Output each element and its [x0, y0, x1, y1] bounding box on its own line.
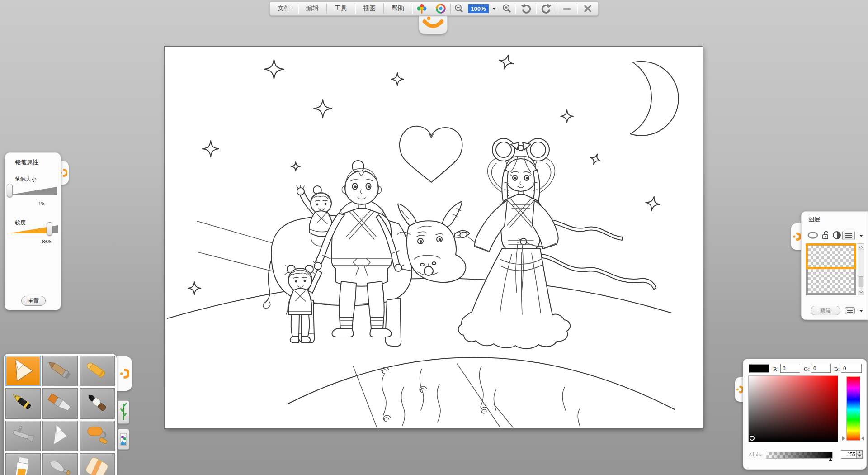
unlock-icon[interactable]	[821, 231, 830, 240]
tool-crayon[interactable]	[80, 356, 115, 386]
tool-palette-knife[interactable]	[42, 453, 78, 475]
sv-selector[interactable]	[750, 436, 755, 441]
scroll-up-icon[interactable]	[858, 244, 864, 250]
alpha-spinner	[841, 450, 863, 459]
orange-grip-icon	[793, 231, 801, 242]
toolbar-drag-handle[interactable]	[419, 15, 448, 34]
layer-menu-button[interactable]	[842, 231, 855, 240]
scroll-thumb[interactable]	[859, 276, 863, 287]
brush-size-slider[interactable]	[9, 187, 57, 195]
reset-button[interactable]: 重置	[21, 296, 46, 306]
r-label: R:	[773, 366, 778, 373]
tool-oil-brush[interactable]	[42, 388, 78, 419]
layers-panel-handle[interactable]	[791, 223, 802, 250]
drawing-canvas[interactable]	[165, 47, 703, 428]
b-label: B:	[834, 366, 840, 373]
alpha-down-icon[interactable]	[857, 455, 862, 459]
paint-app-window: { "toolbar": { "menus": ["文件", "编辑", "工具…	[0, 0, 868, 475]
zoom-out-icon[interactable]	[451, 2, 467, 15]
scroll-down-icon[interactable]	[858, 289, 864, 295]
pencil-properties-panel: 铅笔属性 笔触大小 1% 软度 86% 重置	[5, 152, 61, 310]
softness-value: 86%	[37, 239, 57, 245]
pencil-panel-title: 铅笔属性	[15, 158, 38, 166]
layers-panel: 图层 新建	[801, 211, 868, 320]
b-input[interactable]	[841, 364, 862, 373]
softness-label: 软度	[15, 219, 26, 227]
tool-ink-bottle[interactable]	[5, 453, 41, 475]
scene-gallery-icon[interactable]	[412, 2, 431, 15]
minimize-icon[interactable]	[557, 2, 577, 15]
tool-paint-roller[interactable]	[80, 421, 115, 451]
orange-grip-icon	[736, 384, 743, 395]
tool-fountain-pen[interactable]	[5, 388, 41, 419]
picture-icon	[120, 431, 127, 448]
picture-stamp-button[interactable]	[118, 429, 129, 450]
milky-way-river	[288, 357, 675, 428]
tool-ink-brush[interactable]	[80, 388, 115, 419]
menu-edit[interactable]: 编辑	[298, 2, 326, 15]
redo-icon[interactable]	[536, 2, 557, 15]
layer-list	[806, 243, 856, 295]
effect-gallery-icon[interactable]	[431, 2, 450, 15]
layer-row-1[interactable]	[806, 243, 856, 269]
bamboo-icon	[120, 402, 127, 422]
menu-help[interactable]: 帮助	[384, 2, 412, 15]
brush-size-value: 1%	[32, 201, 50, 207]
close-icon[interactable]	[577, 2, 598, 15]
cowherd-weaver-drawing	[165, 47, 703, 428]
alpha-label: Alpha	[748, 451, 763, 458]
layer-options-button[interactable]	[845, 307, 855, 314]
r-input[interactable]	[780, 364, 800, 373]
layer-scrollbar[interactable]	[858, 243, 864, 295]
layers-panel-title: 图层	[808, 215, 820, 223]
new-layer-button[interactable]: 新建	[811, 306, 840, 315]
alpha-up-icon[interactable]	[857, 451, 862, 455]
brush-size-slider-thumb[interactable]	[7, 184, 13, 197]
tool-airbrush[interactable]	[5, 421, 41, 451]
crescent-moon	[630, 62, 679, 136]
softness-slider-thumb[interactable]	[47, 222, 52, 236]
tool-chalk-cone[interactable]	[42, 421, 78, 451]
hue-marker-left[interactable]	[842, 436, 845, 441]
tool-eraser[interactable]	[80, 453, 115, 475]
blend-icon[interactable]	[832, 231, 841, 240]
alpha-marker[interactable]	[828, 458, 833, 461]
alpha-input[interactable]	[841, 451, 856, 458]
main-toolbar: 文件 编辑 工具 视图 帮助 100%	[269, 1, 599, 16]
zoom-dropdown-icon[interactable]	[492, 8, 496, 10]
layer-options-caret[interactable]	[859, 310, 863, 312]
hue-strip[interactable]	[846, 376, 860, 441]
menu-view[interactable]: 视图	[355, 2, 383, 15]
brush-size-label: 笔触大小	[15, 176, 37, 183]
tool-pencil[interactable]	[5, 356, 41, 386]
zoom-level-display[interactable]: 100%	[468, 4, 489, 13]
bamboo-stamp-button[interactable]	[118, 400, 129, 424]
undo-icon[interactable]	[515, 2, 536, 15]
alpha-slider[interactable]	[766, 452, 833, 459]
tool-palette	[4, 354, 117, 475]
saturation-value-field[interactable]	[748, 375, 838, 442]
current-color-swatch	[749, 364, 769, 373]
g-label: G:	[804, 366, 810, 373]
orange-grip-icon	[119, 367, 129, 380]
g-input[interactable]	[811, 364, 831, 373]
hue-marker-right[interactable]	[861, 436, 864, 441]
heart	[400, 126, 462, 182]
menu-tools[interactable]: 工具	[327, 2, 355, 15]
weaver-girl	[458, 138, 656, 349]
layer-row-2[interactable]	[806, 269, 856, 295]
zoom-in-icon[interactable]	[499, 2, 515, 15]
layer-menu-caret[interactable]	[859, 235, 863, 237]
visibility-icon[interactable]	[807, 231, 819, 240]
tool-palette-handle[interactable]	[117, 356, 132, 391]
color-picker-panel: R: G: B: Alpha	[743, 359, 867, 470]
tool-pastel-stick[interactable]	[42, 356, 78, 386]
smile-handle-icon	[419, 15, 447, 33]
menu-file[interactable]: 文件	[270, 2, 298, 15]
